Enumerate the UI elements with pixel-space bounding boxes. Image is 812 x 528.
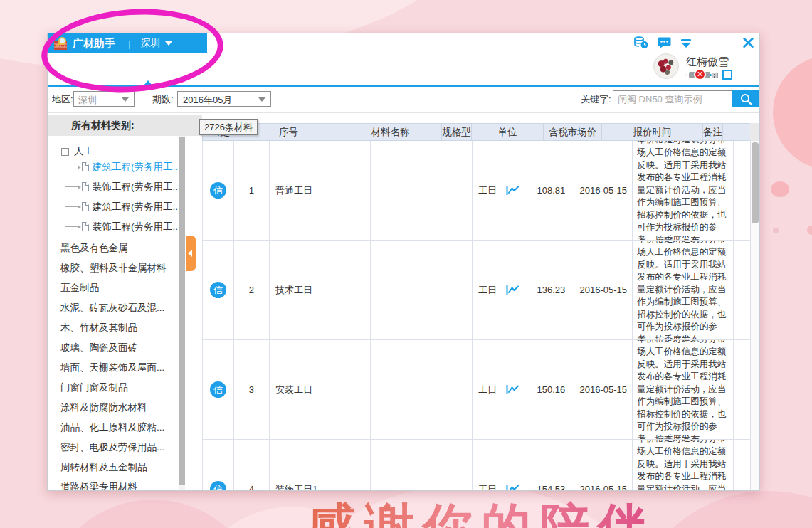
sidebar-scrollbar-thumb[interactable] <box>179 137 185 485</box>
period-select[interactable]: 2016年05月 <box>177 91 271 107</box>
region-filter-label: 地区: <box>52 93 73 106</box>
cell-remark: 本价格是对建筑劳务市场人工价格信息的定额反映。适用于采用我站发布的各专业工程消耗… <box>633 141 734 240</box>
info-source-badge[interactable]: 信 <box>210 381 226 398</box>
cell-name: 安装工日 <box>270 340 371 439</box>
info-source-badge[interactable]: 信 <box>210 282 226 298</box>
wallpaper-greeting-text: 感谢你的陪伴 <box>306 494 656 528</box>
material-count-tooltip: 2726条材料 <box>199 119 258 135</box>
region-label: 深圳 <box>140 37 160 50</box>
search-icon <box>740 93 752 105</box>
search-input[interactable] <box>613 90 732 107</box>
tree-branch-icon <box>65 186 78 187</box>
bg-blob <box>773 228 779 233</box>
column-header[interactable]: 报价时间 <box>602 124 703 140</box>
document-icon <box>82 162 89 171</box>
table-row[interactable]: 信 2 技术工日 工日 136.23 2016-05-15 本价格是对建筑劳务市… <box>203 241 750 340</box>
dropdown-arrow-icon[interactable] <box>680 37 692 50</box>
column-header-filler <box>723 124 739 140</box>
info-source-badge[interactable]: 信 <box>210 182 226 199</box>
title-separator: | <box>128 38 130 49</box>
cell-date: 2016-05-15 <box>574 440 633 491</box>
sidebar: 所有材料类别: 人工 建筑工程(劳务用工... 装饰工程(劳务用工... <box>48 115 202 491</box>
cell-filler <box>734 241 750 339</box>
cell-price: 108.81 <box>502 141 574 240</box>
collapse-box-icon[interactable] <box>61 148 69 156</box>
cell-filler <box>734 440 750 491</box>
table-row[interactable]: 信 3 安装工日 工日 150.16 2016-05-15 本价格是对建筑劳务市… <box>203 340 750 440</box>
cell-name: 装饰工日1 <box>270 440 371 491</box>
column-header[interactable]: 备注 <box>703 124 723 140</box>
column-header[interactable]: 规格型号 <box>442 124 472 140</box>
keyword-label: 关键字: <box>581 93 611 106</box>
cell-date: 2016-05-15 <box>574 141 633 240</box>
chevron-down-icon <box>165 41 172 46</box>
data-sync-icon[interactable] <box>633 36 649 49</box>
cell-remark: 本价格是对建筑劳务市场人工价格信息的定额反映。适用于采用我站发布的各专业工程消耗… <box>633 241 734 339</box>
price-table: 出处序号材料名称规格型号单位含税市场价报价时间备注 信 1 普通工日 工日 10… <box>202 113 759 491</box>
cell-unit: 工日 <box>473 141 502 240</box>
bg-scallop <box>43 500 263 528</box>
table-header-row: 出处序号材料名称规格型号单位含税市场价报价时间备注 <box>202 123 750 141</box>
message-icon[interactable] <box>658 36 671 49</box>
cell-no: 4 <box>234 440 270 491</box>
cell-no: 1 <box>234 141 270 240</box>
table-row[interactable]: 信 4 装饰工日1 工日 154.53 2016-05-15 本价格是对建筑劳务… <box>203 440 750 491</box>
sidebar-header: 所有材料类别: <box>48 115 202 136</box>
cell-unit: 工日 <box>473 440 502 491</box>
app-logo-icon <box>53 36 68 51</box>
document-icon <box>82 222 89 231</box>
price-trend-icon[interactable] <box>506 484 520 491</box>
table-scrollbar-corner <box>750 123 760 141</box>
region-select[interactable]: 深圳 <box>73 91 135 107</box>
table-body: 信 1 普通工日 工日 108.81 2016-05-15 本价格是对建筑劳务市… <box>202 141 750 491</box>
cell-filler <box>734 340 750 439</box>
cell-unit: 工日 <box>473 241 502 339</box>
column-header[interactable]: 单位 <box>472 124 544 140</box>
bg-blob <box>807 226 812 235</box>
cell-name: 技术工日 <box>270 241 371 339</box>
cell-price: 150.16 <box>502 340 574 439</box>
close-button[interactable] <box>742 36 754 49</box>
price-trend-icon[interactable] <box>506 384 520 395</box>
tree-branch-icon <box>65 206 78 207</box>
cell-no: 2 <box>234 241 270 339</box>
table-scrollbar-thumb[interactable] <box>752 142 759 223</box>
table-row[interactable]: 信 1 普通工日 工日 108.81 2016-05-15 本价格是对建筑劳务市… <box>203 141 750 241</box>
cell-date: 2016-05-15 <box>574 340 633 439</box>
user-name: 红梅傲雪 <box>686 56 729 69</box>
price-trend-icon[interactable] <box>506 185 520 196</box>
region-switcher[interactable]: 深圳 <box>140 37 172 50</box>
cell-remark: 本价格是对建筑劳务市场人工价格信息的定额反映。适用于采用我站发布的各专业工程消耗… <box>633 440 734 491</box>
cell-source: 信 <box>203 141 234 240</box>
cell-price: 136.23 <box>502 241 574 339</box>
price-trend-icon[interactable] <box>506 285 520 295</box>
active-tab-caret-icon <box>144 80 152 85</box>
tree-branch-icon <box>65 226 78 227</box>
bg-circle <box>773 56 812 169</box>
avatar[interactable] <box>653 53 679 79</box>
column-header[interactable]: 材料名称 <box>339 124 442 140</box>
cell-name: 普通工日 <box>270 141 371 240</box>
tree-branch-icon <box>65 167 78 167</box>
search-button[interactable] <box>732 90 759 107</box>
tree-root-item[interactable]: 人工 <box>61 146 93 157</box>
cell-spec <box>371 440 473 491</box>
titlebar: 广材助手 | 深圳 <box>48 33 207 53</box>
document-icon <box>82 182 89 191</box>
cell-source: 信 <box>203 241 234 339</box>
maximize-button[interactable] <box>722 70 732 80</box>
column-header[interactable]: 含税市场价 <box>544 124 602 140</box>
error-badge-icon: ✕ <box>694 68 706 80</box>
cell-spec <box>371 241 473 339</box>
app-window: 广材助手 | 深圳 红梅傲雪 ✕ 全部类型信 <box>47 33 760 491</box>
chevron-down-icon <box>258 97 265 102</box>
cell-remark: 本价格是对建筑劳务市场人工价格信息的定额反映。适用于采用我站发布的各专业工程消耗… <box>633 340 734 439</box>
document-icon <box>82 202 89 211</box>
info-source-badge[interactable]: 信 <box>210 481 226 491</box>
cell-unit: 工日 <box>473 340 502 439</box>
cell-spec <box>371 141 473 240</box>
cell-source: 信 <box>203 340 234 439</box>
cell-spec <box>371 340 473 439</box>
cell-date: 2016-05-15 <box>574 241 633 339</box>
sidebar-collapse-handle[interactable] <box>186 236 196 271</box>
